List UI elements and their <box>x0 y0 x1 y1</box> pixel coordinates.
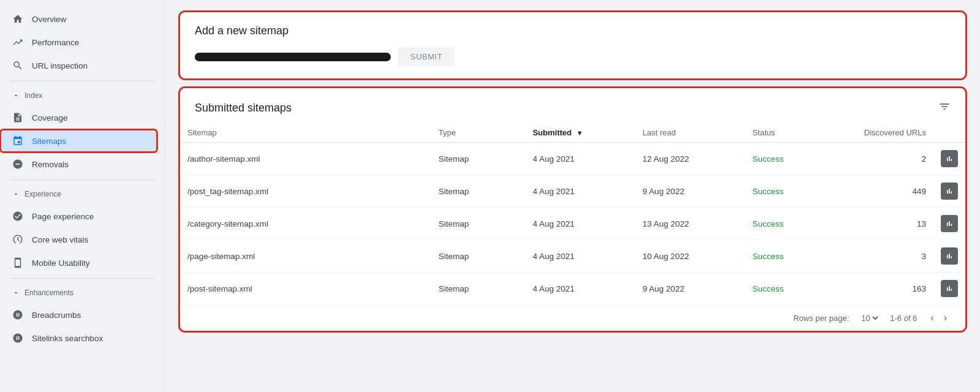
sort-arrow-icon: ▼ <box>576 129 583 137</box>
section-experience[interactable]: Experience <box>0 184 165 205</box>
col-header-discovered: Discovered URLs <box>839 123 933 143</box>
divider-1 <box>10 81 155 81</box>
cell-status-4: Success <box>745 273 839 305</box>
add-sitemap-card: Add a new sitemap SUBMIT <box>180 12 965 78</box>
gauge-icon <box>12 234 23 245</box>
trending-up-icon <box>12 37 23 48</box>
cell-lastread-4: 9 Aug 2022 <box>635 273 745 305</box>
submitted-sitemaps-card: Submitted sitemaps Sitemap Type Submitte… <box>180 88 965 331</box>
removals-icon <box>12 159 23 170</box>
table-row: /page-sitemap.xml Sitemap 4 Aug 2021 10 … <box>180 240 965 273</box>
col-header-type: Type <box>431 123 526 143</box>
chart-button-4[interactable] <box>941 280 958 297</box>
section-index[interactable]: Index <box>0 85 165 106</box>
sitemaps-icon <box>12 135 23 146</box>
cell-discovered-3: 3 <box>839 240 933 273</box>
sitelinks-icon <box>12 333 23 344</box>
cell-discovered-1: 449 <box>839 175 933 208</box>
filter-icon[interactable] <box>938 100 951 116</box>
sitemap-url-redacted <box>195 53 391 61</box>
chart-button-1[interactable] <box>941 183 958 200</box>
mobile-icon <box>12 257 23 268</box>
cell-submitted-4: 4 Aug 2021 <box>526 273 635 305</box>
sidebar-item-url-inspection[interactable]: URL inspection <box>0 54 157 77</box>
cell-action-4 <box>933 273 965 305</box>
rows-per-page-select[interactable]: 10 25 50 <box>859 313 880 323</box>
sidebar-item-sitemaps-label: Sitemaps <box>32 137 66 146</box>
cell-lastread-1: 9 Aug 2022 <box>635 175 745 208</box>
sidebar-item-core-web-vitals-label: Core web vitals <box>32 235 88 244</box>
col-header-lastread: Last read <box>635 123 745 143</box>
cell-action-2 <box>933 208 965 240</box>
sidebar-item-core-web-vitals[interactable]: Core web vitals <box>0 228 157 251</box>
section-enhancements-label: Enhancements <box>24 288 74 297</box>
chart-button-2[interactable] <box>941 215 958 232</box>
divider-2 <box>10 179 155 180</box>
cell-status-0: Success <box>745 143 839 175</box>
file-icon <box>12 112 23 123</box>
sidebar-item-sitelinks-searchbox-label: Sitelinks searchbox <box>32 334 103 343</box>
cell-sitemap-1: /post_tag-sitemap.xml <box>180 175 431 208</box>
cell-status-2: Success <box>745 208 839 240</box>
sidebar-item-performance-label: Performance <box>32 38 79 47</box>
sidebar-item-url-inspection-label: URL inspection <box>32 61 88 70</box>
sidebar-item-overview[interactable]: Overview <box>0 7 157 31</box>
cell-sitemap-4: /post-sitemap.xml <box>180 273 431 305</box>
table-header-row: Sitemap Type Submitted ▼ Last read Statu… <box>180 123 965 143</box>
col-header-submitted[interactable]: Submitted ▼ <box>526 123 635 143</box>
submit-button[interactable]: SUBMIT <box>398 47 454 66</box>
submitted-sitemaps-header: Submitted sitemaps <box>180 88 965 123</box>
pagination-range: 1-6 of 6 <box>890 314 917 323</box>
section-index-label: Index <box>24 91 42 100</box>
sidebar-item-mobile-usability-label: Mobile Usability <box>32 258 90 268</box>
sidebar-item-removals-label: Removals <box>32 160 69 169</box>
sidebar-item-page-experience-label: Page experience <box>32 212 94 221</box>
cell-type-2: Sitemap <box>431 208 526 240</box>
table-row: /category-sitemap.xml Sitemap 4 Aug 2021… <box>180 208 965 240</box>
cell-lastread-0: 12 Aug 2022 <box>635 143 745 175</box>
sidebar-item-sitemaps[interactable]: Sitemaps <box>0 129 157 153</box>
circle-check-icon <box>12 211 23 222</box>
sidebar-item-sitelinks-searchbox[interactable]: Sitelinks searchbox <box>0 326 157 350</box>
col-header-status: Status <box>745 123 839 143</box>
cell-action-3 <box>933 240 965 273</box>
sidebar-item-removals[interactable]: Removals <box>0 153 157 176</box>
col-header-action <box>933 123 965 143</box>
sidebar-item-overview-label: Overview <box>32 15 66 24</box>
cell-type-0: Sitemap <box>431 143 526 175</box>
cell-lastread-2: 13 Aug 2022 <box>635 208 745 240</box>
main-content: Add a new sitemap SUBMIT Submitted sitem… <box>165 0 980 392</box>
cell-submitted-2: 4 Aug 2021 <box>526 208 635 240</box>
cell-status-3: Success <box>745 240 839 273</box>
cell-sitemap-0: /author-sitemap.xml <box>180 143 431 175</box>
pagination-prev-button[interactable]: ‹ <box>927 311 937 325</box>
section-enhancements[interactable]: Enhancements <box>0 282 165 303</box>
sidebar-item-breadcrumbs-label: Breadcrumbs <box>32 311 81 320</box>
cell-status-1: Success <box>745 175 839 208</box>
cell-type-4: Sitemap <box>431 273 526 305</box>
pagination-next-button[interactable]: › <box>940 311 951 325</box>
sidebar-item-coverage[interactable]: Coverage <box>0 106 157 129</box>
breadcrumbs-icon <box>12 309 23 320</box>
section-experience-label: Experience <box>24 190 61 198</box>
rows-per-page-label: Rows per page: <box>793 314 849 323</box>
sitemap-table: Sitemap Type Submitted ▼ Last read Statu… <box>180 123 965 305</box>
col-header-sitemap: Sitemap <box>180 123 431 143</box>
sidebar-item-performance[interactable]: Performance <box>0 31 157 54</box>
add-sitemap-input-row: SUBMIT <box>195 47 951 66</box>
cell-discovered-4: 163 <box>839 273 933 305</box>
chart-button-3[interactable] <box>941 247 958 265</box>
table-row: /post_tag-sitemap.xml Sitemap 4 Aug 2021… <box>180 175 965 208</box>
sidebar-item-breadcrumbs[interactable]: Breadcrumbs <box>0 303 157 326</box>
table-row: /post-sitemap.xml Sitemap 4 Aug 2021 9 A… <box>180 273 965 305</box>
search-icon <box>12 60 23 71</box>
pagination-row: Rows per page: 10 25 50 1-6 of 6 ‹ › <box>180 305 965 331</box>
cell-action-0 <box>933 143 965 175</box>
sidebar-item-mobile-usability[interactable]: Mobile Usability <box>0 251 157 274</box>
cell-submitted-3: 4 Aug 2021 <box>526 240 635 273</box>
sidebar-item-page-experience[interactable]: Page experience <box>0 205 157 228</box>
cell-discovered-0: 2 <box>839 143 933 175</box>
cell-submitted-1: 4 Aug 2021 <box>526 175 635 208</box>
chart-button-0[interactable] <box>941 150 958 167</box>
home-icon <box>12 13 23 24</box>
